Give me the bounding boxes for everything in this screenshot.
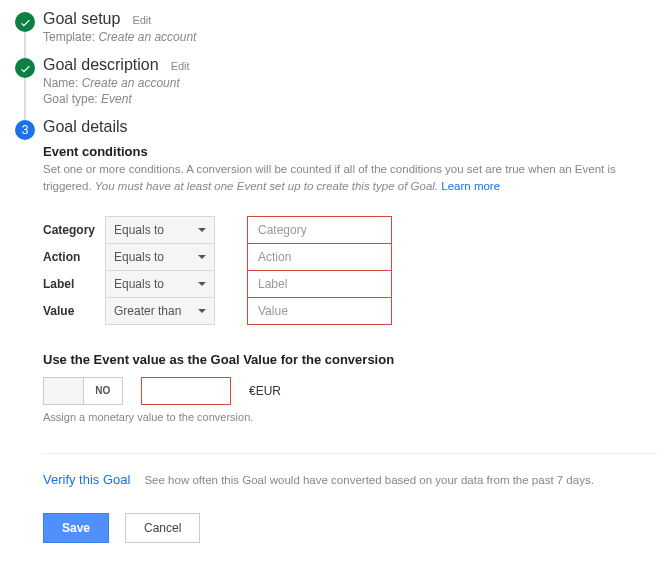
type-label: Goal type: <box>43 92 98 106</box>
condition-label: Action <box>43 250 105 264</box>
goal-value-row: NO €EUR <box>43 377 657 405</box>
desc-requirement: You must have at least one Event set up … <box>95 180 438 192</box>
operator-value: Equals to <box>114 223 164 237</box>
step-number: 3 <box>22 123 29 137</box>
template-value: Create an account <box>98 30 196 44</box>
step-number-icon: 3 <box>15 120 35 140</box>
condition-label: Value <box>43 304 105 318</box>
step-goal-details: 3 Goal details Event conditions Set one … <box>15 118 657 543</box>
step-title: Goal description <box>43 56 159 74</box>
operator-select[interactable]: Equals to <box>105 270 215 298</box>
condition-row-action: Action Equals to Action <box>43 243 657 271</box>
category-input[interactable]: Category <box>247 216 392 244</box>
chevron-down-icon <box>198 282 206 286</box>
cancel-button[interactable]: Cancel <box>125 513 200 543</box>
step-title: Goal details <box>43 118 128 136</box>
label-input[interactable]: Label <box>247 270 392 298</box>
currency-label: €EUR <box>249 384 281 398</box>
step-goal-setup: Goal setup Edit Template: Create an acco… <box>15 10 657 44</box>
condition-row-label: Label Equals to Label <box>43 270 657 298</box>
name-label: Name: <box>43 76 78 90</box>
verify-goal-link[interactable]: Verify this Goal <box>43 472 130 487</box>
chevron-down-icon <box>198 255 206 259</box>
verify-section: Verify this Goal See how often this Goal… <box>43 453 657 487</box>
check-icon <box>15 12 35 32</box>
chevron-down-icon <box>198 228 206 232</box>
condition-row-category: Category Equals to Category <box>43 216 657 244</box>
goal-value-hint: Assign a monetary value to the conversio… <box>43 411 657 423</box>
operator-select[interactable]: Greater than <box>105 297 215 325</box>
save-button[interactable]: Save <box>43 513 109 543</box>
condition-row-value: Value Greater than Value <box>43 297 657 325</box>
event-conditions-description: Set one or more conditions. A conversion… <box>43 161 657 196</box>
verify-description: See how often this Goal would have conve… <box>144 474 593 486</box>
action-input[interactable]: Action <box>247 243 392 271</box>
type-value: Event <box>101 92 132 106</box>
goal-value-toggle[interactable]: NO <box>43 377 123 405</box>
goal-value-heading: Use the Event value as the Goal Value fo… <box>43 352 657 367</box>
operator-value: Equals to <box>114 277 164 291</box>
learn-more-link[interactable]: Learn more <box>441 180 500 192</box>
value-input[interactable]: Value <box>247 297 392 325</box>
step-connector <box>24 78 26 120</box>
operator-value: Greater than <box>114 304 181 318</box>
chevron-down-icon <box>198 309 206 313</box>
operator-select[interactable]: Equals to <box>105 216 215 244</box>
edit-link[interactable]: Edit <box>132 14 151 26</box>
check-icon <box>15 58 35 78</box>
template-label: Template: <box>43 30 95 44</box>
step-goal-description: Goal description Edit Name: Create an ac… <box>15 56 657 106</box>
name-value: Create an account <box>82 76 180 90</box>
step-title: Goal setup <box>43 10 120 28</box>
event-conditions-heading: Event conditions <box>43 144 657 159</box>
condition-label: Label <box>43 277 105 291</box>
toggle-yes-slot <box>44 378 84 404</box>
step-connector <box>24 32 26 58</box>
edit-link[interactable]: Edit <box>171 60 190 72</box>
conditions-table: Category Equals to Category Action Equal… <box>43 216 657 325</box>
toggle-no-slot: NO <box>84 378 123 404</box>
monetary-value-input[interactable] <box>141 377 231 405</box>
operator-value: Equals to <box>114 250 164 264</box>
condition-label: Category <box>43 223 105 237</box>
goal-wizard-steps: Goal setup Edit Template: Create an acco… <box>15 10 657 543</box>
operator-select[interactable]: Equals to <box>105 243 215 271</box>
button-row: Save Cancel <box>43 513 657 543</box>
